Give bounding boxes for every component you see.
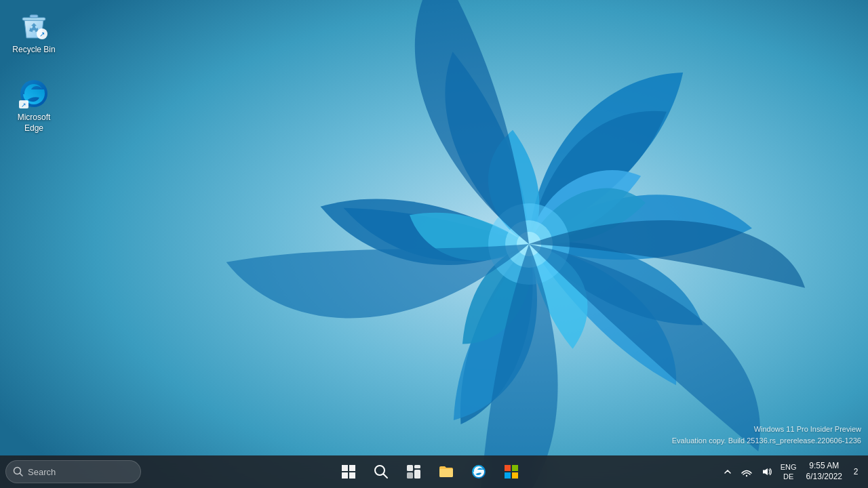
search-bar[interactable]: Search: [5, 460, 141, 483]
svg-rect-19: [407, 465, 413, 471]
watermark: Windows 11 Pro Insider Preview Evaluatio…: [672, 424, 861, 447]
svg-rect-4: [22, 18, 45, 20]
store-icon: [503, 464, 519, 480]
svg-rect-14: [349, 465, 355, 471]
microsoft-edge-label: Microsoft Edge: [9, 113, 58, 134]
search-icon: [13, 466, 24, 477]
taskbar-search-icon: [373, 464, 389, 480]
language-indicator[interactable]: ENG DE: [778, 455, 800, 488]
recycle-bin-label: Recycle Bin: [12, 45, 55, 56]
network-button[interactable]: [737, 455, 756, 488]
svg-rect-5: [30, 15, 38, 18]
svg-text:↗: ↗: [21, 102, 26, 108]
recycle-bin-icon[interactable]: ↗ Recycle Bin: [7, 7, 61, 58]
recycle-bin-image: ↗: [18, 9, 50, 42]
network-icon: [741, 466, 752, 477]
edge-taskbar-icon: [471, 464, 487, 480]
windows-logo-icon: [340, 464, 357, 480]
svg-line-12: [20, 474, 23, 476]
chevron-up-icon: [724, 468, 732, 476]
system-tray: ENG DE 9:55 AM 6/13/2022 2: [719, 455, 868, 488]
taskbar-search-button[interactable]: [366, 457, 396, 487]
tray-overflow-button[interactable]: [719, 455, 736, 488]
microsoft-edge-icon[interactable]: ↗ Microsoft Edge: [7, 75, 61, 136]
watermark-line2: Evaluation copy. Build 25136.rs_prerelea…: [672, 435, 861, 447]
file-explorer-icon: [438, 464, 454, 480]
volume-button[interactable]: [757, 455, 776, 488]
taskbar-center: [141, 457, 719, 487]
file-explorer-button[interactable]: [431, 457, 461, 487]
svg-rect-22: [414, 470, 420, 479]
language-secondary: DE: [783, 472, 793, 481]
start-button[interactable]: [334, 457, 363, 487]
svg-text:↗: ↗: [39, 30, 45, 38]
svg-line-18: [384, 474, 388, 479]
clock-time: 9:55 AM: [809, 461, 839, 472]
svg-rect-26: [505, 472, 511, 479]
microsoft-edge-image: ↗: [18, 77, 50, 110]
svg-rect-16: [349, 472, 355, 479]
widgets-button[interactable]: [399, 457, 429, 487]
svg-rect-20: [414, 465, 420, 468]
edge-button[interactable]: [464, 457, 494, 487]
taskbar: Search: [0, 455, 868, 488]
wallpaper-bloom: [0, 0, 868, 488]
desktop: Windows 11 Pro Insider Preview Evaluatio…: [0, 0, 868, 488]
watermark-line1: Windows 11 Pro Insider Preview: [672, 424, 861, 436]
store-button[interactable]: [496, 457, 526, 487]
svg-rect-15: [342, 472, 348, 479]
search-label: Search: [28, 467, 56, 477]
svg-rect-21: [407, 472, 413, 479]
language-primary: ENG: [781, 462, 797, 472]
svg-rect-24: [505, 465, 511, 471]
svg-point-28: [746, 475, 747, 476]
clock-area[interactable]: 9:55 AM 6/13/2022: [801, 455, 848, 488]
clock-date: 6/13/2022: [806, 472, 842, 483]
svg-rect-25: [512, 465, 518, 471]
svg-rect-13: [342, 465, 348, 471]
notification-count: 2: [854, 467, 859, 476]
svg-rect-27: [512, 472, 518, 479]
volume-icon: [762, 466, 772, 477]
notification-button[interactable]: 2: [849, 465, 863, 479]
widgets-icon: [406, 464, 422, 480]
